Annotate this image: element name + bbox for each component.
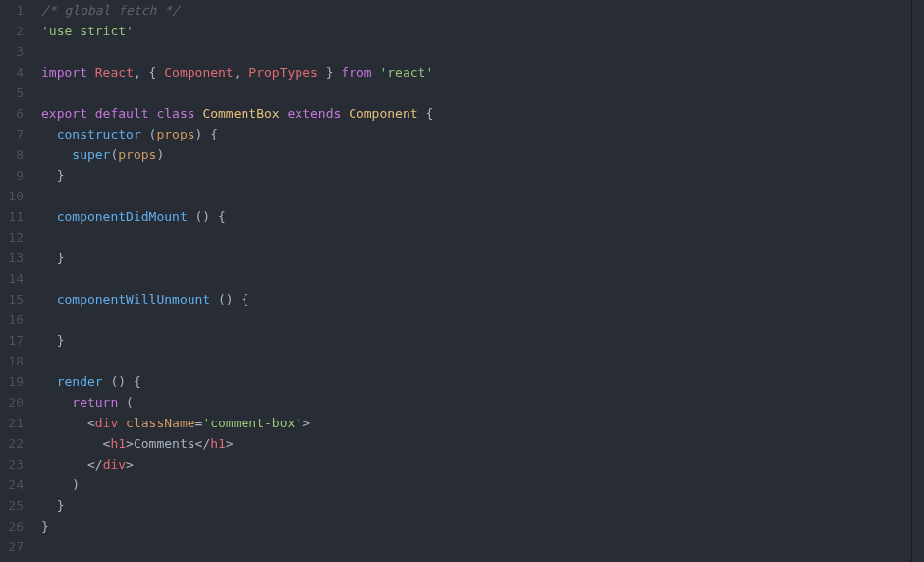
code-line[interactable] xyxy=(41,309,924,330)
token: Component xyxy=(164,65,233,80)
code-line[interactable]: 'use strict' xyxy=(41,21,924,41)
line-number: 23 xyxy=(0,454,24,475)
token: () { xyxy=(210,292,248,307)
token: > xyxy=(126,457,134,472)
code-line[interactable]: } xyxy=(41,248,924,268)
code-line[interactable] xyxy=(41,83,924,103)
line-number: 7 xyxy=(0,124,24,144)
code-line[interactable]: componentWillUnmount () { xyxy=(41,289,924,309)
line-number: 1 xyxy=(0,0,24,21)
token xyxy=(41,147,72,162)
token: < xyxy=(41,416,95,430)
line-number: 22 xyxy=(0,433,24,454)
token: ) { xyxy=(195,127,218,141)
token: componentWillUnmount xyxy=(57,292,211,307)
token: constructor xyxy=(57,127,141,141)
token: from xyxy=(341,65,371,80)
line-number: 8 xyxy=(0,144,24,165)
code-line[interactable]: /* global fetch */ xyxy=(41,0,924,21)
token: ) xyxy=(41,478,80,492)
line-number: 24 xyxy=(0,475,24,495)
token: } xyxy=(318,65,341,80)
code-line[interactable] xyxy=(41,186,924,206)
token: return xyxy=(72,395,118,410)
code-line[interactable]: constructor (props) { xyxy=(41,124,924,144)
code-editor[interactable]: 1234567891011121314151617181920212223242… xyxy=(0,0,924,562)
token: CommentBox xyxy=(202,106,279,121)
scrollbar-track[interactable] xyxy=(911,0,924,562)
code-line[interactable]: render () { xyxy=(41,371,924,392)
token: 'comment-box' xyxy=(202,416,302,430)
token: export xyxy=(41,106,87,121)
code-line[interactable]: ) xyxy=(41,475,924,495)
token: } xyxy=(41,333,64,348)
code-line[interactable]: <div className='comment-box'> xyxy=(41,413,924,433)
token: </ xyxy=(41,457,103,472)
token: > xyxy=(226,436,234,451)
line-number: 9 xyxy=(0,165,24,186)
token: h1 xyxy=(110,436,126,451)
code-line[interactable]: return ( xyxy=(41,392,924,413)
token: /* global fetch */ xyxy=(41,3,180,18)
line-number-gutter: 1234567891011121314151617181920212223242… xyxy=(0,0,37,562)
token: ) xyxy=(156,147,164,162)
token: > xyxy=(302,416,310,430)
token xyxy=(41,374,57,389)
token xyxy=(280,106,288,121)
code-line[interactable]: } xyxy=(41,165,924,186)
code-line[interactable]: </div> xyxy=(41,454,924,475)
line-number: 5 xyxy=(0,83,24,103)
token: } xyxy=(41,498,64,513)
code-line[interactable]: componentDidMount () { xyxy=(41,206,924,227)
line-number: 15 xyxy=(0,289,24,309)
line-number: 21 xyxy=(0,413,24,433)
line-number: 6 xyxy=(0,103,24,124)
token: PropTypes xyxy=(248,65,317,80)
token: super xyxy=(72,147,110,162)
token: className xyxy=(126,416,194,430)
code-area[interactable]: /* global fetch */'use strict'import Rea… xyxy=(37,0,924,562)
line-number: 27 xyxy=(0,536,24,557)
token: div xyxy=(103,457,126,472)
token xyxy=(41,127,57,141)
code-line[interactable] xyxy=(41,227,924,248)
token: , xyxy=(234,65,249,80)
line-number: 19 xyxy=(0,371,24,392)
token: div xyxy=(95,416,118,430)
line-number: 13 xyxy=(0,248,24,268)
code-line[interactable]: } xyxy=(41,330,924,351)
line-number: 25 xyxy=(0,495,24,516)
line-number: 26 xyxy=(0,516,24,536)
token: props xyxy=(118,147,156,162)
code-line[interactable]: super(props) xyxy=(41,144,924,165)
token: >Comments</ xyxy=(126,436,210,451)
token: , { xyxy=(134,65,164,80)
code-line[interactable]: import React, { Component, PropTypes } f… xyxy=(41,62,924,83)
code-line[interactable] xyxy=(41,41,924,62)
token: extends xyxy=(288,106,342,121)
line-number: 16 xyxy=(0,309,24,330)
token: import xyxy=(41,65,87,80)
line-number: 18 xyxy=(0,351,24,371)
token: } xyxy=(41,251,64,265)
code-line[interactable]: export default class CommentBox extends … xyxy=(41,103,924,124)
token xyxy=(87,65,95,80)
code-line[interactable]: } xyxy=(41,495,924,516)
code-line[interactable]: } xyxy=(41,516,924,536)
token: h1 xyxy=(210,436,226,451)
token: } xyxy=(41,519,49,534)
line-number: 10 xyxy=(0,186,24,206)
code-line[interactable] xyxy=(41,351,924,371)
token: render xyxy=(57,374,103,389)
code-line[interactable] xyxy=(41,536,924,557)
token: () { xyxy=(103,374,141,389)
token: ( xyxy=(118,395,134,410)
token xyxy=(41,292,57,307)
token: < xyxy=(41,436,110,451)
code-line[interactable] xyxy=(41,268,924,289)
line-number: 14 xyxy=(0,268,24,289)
token: } xyxy=(41,168,64,183)
token: props xyxy=(156,127,194,141)
token: ( xyxy=(141,127,157,141)
code-line[interactable]: <h1>Comments</h1> xyxy=(41,433,924,454)
